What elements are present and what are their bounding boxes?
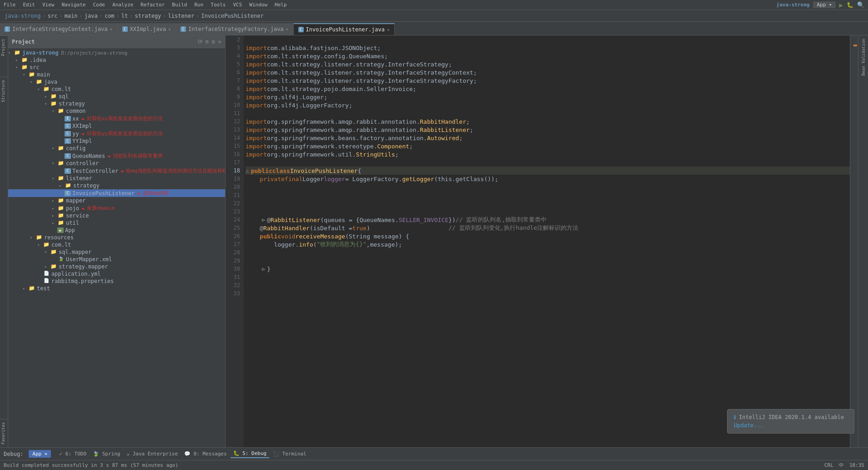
tab-interface-strategy-factory[interactable]: C InterfaceStrategyFactory.java × bbox=[176, 23, 294, 35]
tab-close-button-3[interactable]: × bbox=[286, 27, 289, 32]
xx-arrow-right: ◄ bbox=[80, 116, 84, 122]
run-button[interactable]: ▶ bbox=[839, 1, 843, 9]
tree-com-lt[interactable]: ▾ 📁 com.lt bbox=[8, 86, 225, 93]
tree-invoicepushlistener[interactable]: C InvoicePushListener ◄ 监听mq的类 bbox=[8, 189, 225, 197]
tree-common[interactable]: ▾ 📁 common bbox=[8, 107, 225, 115]
tree-listener-strategy[interactable]: ▸ 📁 strategy bbox=[8, 182, 225, 189]
tree-xx[interactable]: C xx ◄ 封装给xx系统发送发票信息的方法 bbox=[8, 115, 225, 122]
breadcrumb-listener[interactable]: listener bbox=[168, 13, 195, 19]
close-panel-icon[interactable]: × bbox=[218, 38, 221, 45]
project-sidebar-btn[interactable]: Project bbox=[0, 35, 8, 59]
tree-idea[interactable]: ▸ 📁 .idea bbox=[8, 56, 225, 64]
settings-icon[interactable]: ⚙ bbox=[211, 38, 215, 45]
menu-vcs[interactable]: VCS bbox=[233, 2, 242, 8]
menu-refactor[interactable]: Refactor bbox=[140, 2, 165, 8]
tree-usermapper[interactable]: 🍃 UserMapper.xml bbox=[8, 256, 225, 263]
menu-code[interactable]: Code bbox=[93, 2, 105, 8]
tree-listener[interactable]: ▾ 📁 listener bbox=[8, 175, 225, 182]
tab-terminal[interactable]: ⬛ Terminal bbox=[270, 450, 309, 458]
ipl-arrow-right: ◄ bbox=[136, 190, 140, 197]
menu-edit[interactable]: Edit bbox=[23, 2, 35, 8]
menu-build[interactable]: Build bbox=[172, 2, 187, 8]
code-line-20 bbox=[246, 183, 850, 191]
ls-arrow: ▸ bbox=[59, 183, 65, 188]
code-content[interactable]: import com.alibaba.fastjson.JSONObject; … bbox=[244, 35, 850, 447]
breadcrumb-java[interactable]: java bbox=[85, 13, 98, 19]
tree-rabbitmq[interactable]: 📄 rabbitmq.properties bbox=[8, 278, 225, 285]
tree-res-comlt[interactable]: ▾ 📁 com.lt bbox=[8, 241, 225, 248]
tab-close-button[interactable]: × bbox=[110, 27, 113, 32]
run-config-dropdown[interactable]: App ▾ bbox=[813, 1, 835, 8]
tree-util[interactable]: ▸ 📁 util bbox=[8, 219, 225, 227]
tab-jee[interactable]: ☕ Java Enterprise bbox=[124, 450, 181, 458]
debug-tab-app[interactable]: App × bbox=[29, 450, 51, 458]
tc-annotation: 给mq消息队列推送消息的测试方法且能这样模拟 bbox=[126, 167, 225, 174]
collapse-icon[interactable]: ≡ bbox=[206, 38, 209, 45]
tree-root[interactable]: ▾ 📁 java-strong D:/project/java-strong bbox=[8, 49, 225, 56]
breadcrumb-main[interactable]: main bbox=[65, 13, 78, 19]
um-xml-icon: 🍃 bbox=[57, 256, 65, 263]
breadcrumb-class[interactable]: InvoicePushListener bbox=[201, 13, 264, 19]
tree-test[interactable]: ▸ 📁 test bbox=[8, 285, 225, 292]
tree-strategy-label: strategy bbox=[59, 101, 85, 107]
bean-validation-icon[interactable]: Bean Validation bbox=[861, 37, 866, 77]
info-icon: ℹ bbox=[734, 414, 736, 420]
tab-messages[interactable]: 💬 0: Messages bbox=[181, 450, 229, 458]
favorites-sidebar-btn[interactable]: Favorites bbox=[0, 419, 8, 447]
tab-close-button-4[interactable]: × bbox=[387, 27, 390, 32]
menu-tools[interactable]: Tools bbox=[211, 2, 226, 8]
tree-controller[interactable]: ▾ 📁 controller bbox=[8, 160, 225, 167]
tree-main[interactable]: ▾ 📁 main bbox=[8, 71, 225, 78]
right-sidebar: Bean Validation bbox=[858, 35, 868, 447]
menu-analyze[interactable]: Analyze bbox=[112, 2, 133, 8]
config-arrow: ▾ bbox=[52, 146, 57, 151]
tree-strategymapper[interactable]: ▸ 📁 strategy.mapper bbox=[8, 263, 225, 270]
structure-sidebar-btn[interactable]: Structure bbox=[0, 77, 8, 105]
menu-run[interactable]: Run bbox=[194, 2, 203, 8]
tree-yy[interactable]: C yy ◄ 封装给yy系统发送发票信息的方法 bbox=[8, 130, 225, 137]
breadcrumb-lt[interactable]: lt bbox=[121, 13, 128, 19]
tree-pojo[interactable]: ▸ 📁 pojo ◄ 发票domain bbox=[8, 204, 225, 212]
tree-app[interactable]: ▶ App bbox=[8, 227, 225, 234]
tree-mapper[interactable]: ▸ 📁 mapper bbox=[8, 197, 225, 204]
breadcrumb-project[interactable]: java-strong bbox=[5, 13, 40, 19]
menu-file[interactable]: File bbox=[4, 2, 16, 8]
tree-sqlmapper[interactable]: ▾ 📁 sql.mapper bbox=[8, 248, 225, 256]
menu-help[interactable]: Help bbox=[275, 2, 287, 8]
breadcrumb-com[interactable]: com bbox=[105, 13, 115, 19]
tab-invoice-push-listener[interactable]: C InvoicePushListener.java × bbox=[294, 23, 395, 35]
menu-view[interactable]: View bbox=[42, 2, 55, 8]
tree-sql[interactable]: ▸ 📁 sql bbox=[8, 93, 225, 100]
tree-eximpl-label: XXImpl bbox=[72, 123, 92, 129]
menu-window[interactable]: Window bbox=[249, 2, 267, 8]
tree-testcontroller[interactable]: C TestController ◄ 给mq消息队列推送消息的测试方法且能这样模… bbox=[8, 167, 225, 175]
tree-resources[interactable]: ▾ 📁 resources bbox=[8, 234, 225, 241]
debug-button[interactable]: 🐛 bbox=[847, 2, 853, 8]
tree-service[interactable]: ▸ 📁 service bbox=[8, 212, 225, 219]
tree-appyml[interactable]: 📄 application.yml bbox=[8, 270, 225, 278]
tab-eximpl[interactable]: C XXImpl.java × bbox=[118, 23, 176, 35]
breadcrumb-strategy[interactable]: strategy bbox=[135, 13, 161, 19]
sync-icon[interactable]: ⟳ bbox=[198, 38, 203, 45]
tree-eximpl[interactable]: C XXImpl bbox=[8, 122, 225, 130]
tree-strategy[interactable]: ▾ 📁 strategy bbox=[8, 100, 225, 107]
tree-java[interactable]: ▾ 📁 java bbox=[8, 78, 225, 86]
tree-src[interactable]: ▾ 📁 src bbox=[8, 64, 225, 71]
code-line-13: import org.springframework.amqp.rabbit.a… bbox=[246, 126, 850, 134]
tree-yyimpl[interactable]: C YYImpl bbox=[8, 137, 225, 145]
tree-yy-label: yy bbox=[72, 131, 79, 137]
notif-header: ℹ IntelliJ IDEA 2020.1.4 available bbox=[734, 414, 848, 420]
tree-controller-label: controller bbox=[66, 160, 99, 167]
tree-queuenames[interactable]: C QueueNames ◄ 消息队列名抽取常量类 bbox=[8, 152, 225, 160]
tab-close-button-2[interactable]: × bbox=[168, 27, 171, 32]
notif-link[interactable]: Update... bbox=[734, 422, 848, 429]
tab-interface-strategy-context[interactable]: C InterfaceStrategyContext.java × bbox=[0, 23, 118, 35]
tab-spring[interactable]: 🍃 Spring bbox=[90, 450, 123, 458]
search-everywhere[interactable]: 🔍 bbox=[857, 1, 864, 8]
menu-navigate[interactable]: Navigate bbox=[62, 2, 86, 8]
breadcrumb-src[interactable]: src bbox=[48, 13, 58, 19]
tab-debug[interactable]: 🐛 5: Debug bbox=[231, 450, 270, 458]
tree-config[interactable]: ▾ 📁 config bbox=[8, 145, 225, 152]
ln-24: 24 bbox=[226, 216, 244, 224]
tab-todo[interactable]: ✓ 6: TODO bbox=[56, 450, 89, 458]
